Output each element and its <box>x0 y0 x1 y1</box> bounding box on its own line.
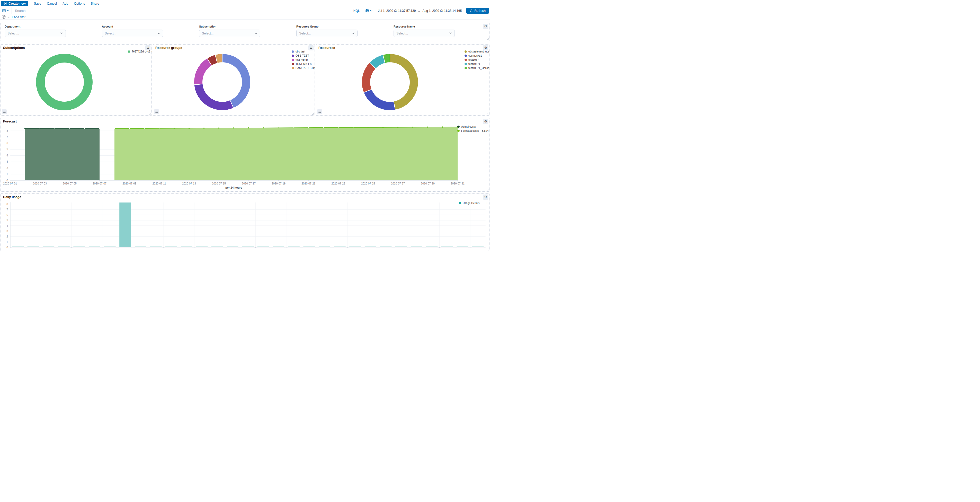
date-range-picker[interactable]: Jul 1, 2020 @ 11:37:57.139 → Aug 1, 2020… <box>375 7 465 14</box>
control-field-subscription: Subscription Select... <box>199 25 260 37</box>
department-select[interactable]: Select... <box>5 30 66 37</box>
resize-handle-icon[interactable] <box>486 250 489 251</box>
resize-handle-icon[interactable] <box>486 188 489 191</box>
legend-dot-icon <box>128 51 130 53</box>
kibana-dashboard-page: { "toolbar": { "create_new_label": "Crea… <box>0 0 490 251</box>
filter-icon[interactable] <box>2 15 6 19</box>
add-filter-link[interactable]: + Add filter <box>11 16 25 19</box>
subscriptions-legend: 7657426d-c4c3-44... <box>128 50 151 54</box>
legend-item[interactable]: test10671_OsDisk_1_... <box>465 66 489 70</box>
control-label: Resource Group <box>296 25 358 28</box>
control-field-resource-name: Resource Name Select... <box>393 25 455 37</box>
legend-dot-icon <box>459 202 461 204</box>
legend-item[interactable]: cosmosks1 <box>465 54 489 57</box>
panel-gear-button[interactable]: ⚙ <box>483 24 488 29</box>
legend-item[interactable]: OBS-TEST <box>292 54 314 57</box>
search-input[interactable] <box>12 7 350 14</box>
legend-label: TEST-MB-FB <box>296 62 312 65</box>
legend-item[interactable]: Usage Details0 <box>459 201 487 204</box>
svg-text:7: 7 <box>6 208 8 211</box>
x-axis-title: per 24 hours <box>10 186 458 189</box>
legend-item[interactable]: Forecast costs8.824 <box>457 129 487 132</box>
list-icon <box>318 110 321 113</box>
legend-toggle-button[interactable] <box>2 109 7 114</box>
forecast-panel: Forecast ⚙ 0123456782020-07-012020-07-03… <box>0 118 490 192</box>
menu-item-add[interactable]: Add <box>62 2 68 5</box>
control-label: Subscription <box>199 25 260 28</box>
menu-item-options[interactable]: Options <box>74 2 85 5</box>
resize-handle-icon[interactable] <box>312 112 314 115</box>
legend-item[interactable]: test1067 <box>465 58 489 61</box>
legend-label: test10671 <box>468 62 480 65</box>
menu-item-save[interactable]: Save <box>34 2 41 5</box>
legend-value: 0 <box>482 201 487 204</box>
panel-gear-button[interactable]: ⚙ <box>483 194 488 200</box>
svg-text:2020-07-25: 2020-07-25 <box>371 250 385 251</box>
legend-item[interactable]: test-mb-fb <box>292 58 314 61</box>
resource-groups-donut-chart[interactable] <box>153 45 315 115</box>
legend-toggle-button[interactable] <box>317 109 322 114</box>
svg-text:2020-07-21: 2020-07-21 <box>301 182 315 185</box>
legend-dot-icon <box>457 130 460 132</box>
legend-item[interactable]: 7657426d-c4c3-44... <box>128 50 151 53</box>
resize-handle-icon[interactable] <box>486 38 489 40</box>
svg-text:2020-07-09: 2020-07-09 <box>123 182 136 185</box>
date-range-end[interactable]: Aug 1, 2020 @ 11:38:14.165 <box>422 9 462 13</box>
daily-usage-panel: Daily usage ⚙ 0123456782020-07-012020-07… <box>0 193 490 251</box>
refresh-label: Refresh <box>474 9 486 13</box>
svg-text:2: 2 <box>6 166 8 169</box>
svg-text:2020-07-03: 2020-07-03 <box>34 250 48 251</box>
account-select[interactable]: Select... <box>102 30 163 37</box>
menu-item-cancel[interactable]: Cancel <box>47 2 57 5</box>
legend-toggle-button[interactable] <box>154 109 159 114</box>
refresh-button[interactable]: Refresh <box>466 8 489 14</box>
select-placeholder: Select... <box>8 32 19 35</box>
forecast-area-chart[interactable]: 0123456782020-07-012020-07-032020-07-052… <box>1 124 490 189</box>
svg-text:2020-07-19: 2020-07-19 <box>272 182 285 185</box>
menu-item-share[interactable]: Share <box>91 2 99 5</box>
panel-title: Forecast <box>3 120 17 123</box>
list-icon <box>3 110 6 113</box>
legend-dot-icon <box>465 59 467 61</box>
datepicker-quick-select-button[interactable] <box>363 7 375 14</box>
saved-query-button[interactable] <box>0 7 12 14</box>
legend-item[interactable]: TEST-MB-FB <box>292 62 314 65</box>
resize-handle-icon[interactable] <box>486 112 489 115</box>
legend-item[interactable]: BASEPI-TESTING <box>292 66 314 70</box>
legend-dot-icon <box>457 126 460 128</box>
resize-handle-icon[interactable] <box>148 112 151 115</box>
subscriptions-donut-chart[interactable] <box>1 45 152 115</box>
legend-label: test1067 <box>468 58 479 61</box>
chevron-down-icon <box>449 32 452 34</box>
resource-group-select[interactable]: Select... <box>296 30 358 37</box>
svg-text:2020-07-15: 2020-07-15 <box>218 250 232 251</box>
svg-text:2020-07-15: 2020-07-15 <box>212 182 226 185</box>
legend-item[interactable]: obs-test <box>292 50 314 53</box>
create-new-button[interactable]: Create new <box>1 1 28 6</box>
search-bar: KQL Jul 1, 2020 @ 11:37:57.139 → Aug 1, … <box>0 7 490 14</box>
daily-usage-bar-chart[interactable]: 0123456782020-07-012020-07-032020-07-052… <box>1 200 490 251</box>
legend-item[interactable]: obstesteventhubs <box>465 50 489 53</box>
resources-donut-chart[interactable] <box>316 45 490 115</box>
chevron-down-icon <box>60 32 63 34</box>
date-range-start[interactable]: Jul 1, 2020 @ 11:37:57.139 <box>378 9 416 13</box>
svg-text:2020-07-27: 2020-07-27 <box>402 250 416 251</box>
svg-text:3: 3 <box>6 160 8 163</box>
legend-item[interactable]: test10671 <box>465 62 489 65</box>
legend-label: BASEPI-TESTING <box>296 66 315 70</box>
svg-text:3: 3 <box>6 229 8 233</box>
svg-text:4: 4 <box>6 154 8 157</box>
svg-text:2020-07-17: 2020-07-17 <box>242 182 256 185</box>
kql-button[interactable]: KQL <box>350 7 363 14</box>
top-toolbar: Create new Save Cancel Add Options Share <box>0 0 490 7</box>
resource-name-select[interactable]: Select... <box>393 30 455 37</box>
controls-panel: ⚙ Department Select... Account Select...… <box>0 22 490 41</box>
panel-title: Daily usage <box>3 195 21 199</box>
panel-gear-button[interactable]: ⚙ <box>483 119 488 124</box>
arrow-right-icon: → <box>417 9 420 13</box>
subscription-select[interactable]: Select... <box>199 30 260 37</box>
legend-item[interactable]: Actual costs <box>457 125 487 128</box>
svg-text:2020-07-05: 2020-07-05 <box>65 250 79 251</box>
legend-dot-icon <box>292 63 294 65</box>
legend-dot-icon <box>292 51 294 53</box>
